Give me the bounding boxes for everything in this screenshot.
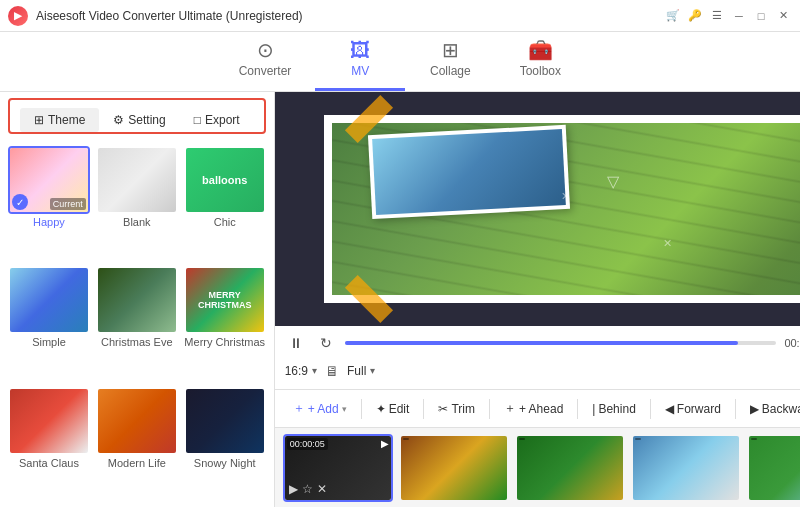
film-play-icon-1: ▶ <box>381 438 389 449</box>
tab-toolbox-label: Toolbox <box>520 64 561 78</box>
theme-item-merry-christmas[interactable]: MERRYCHRISTMAS Merry Christmas <box>184 266 266 380</box>
film-item-3[interactable] <box>515 434 625 502</box>
film-item-5[interactable] <box>747 434 800 502</box>
edit-icon: ✦ <box>376 402 386 416</box>
toolbar-separator-2 <box>423 399 424 419</box>
edit-button[interactable]: ✦ Edit <box>368 398 418 420</box>
aspect-ratio-select[interactable]: 16:9 ▾ <box>285 364 317 378</box>
collage-icon: ⊞ <box>442 38 459 62</box>
theme-item-christmas-eve[interactable]: Christmas Eve <box>96 266 178 380</box>
main-area: ⊞ Theme ⚙ Setting □ Export ✓ Current <box>0 92 800 507</box>
theme-item-happy[interactable]: ✓ Current Happy <box>8 146 90 260</box>
theme-grid: ✓ Current Happy Blank balloons C <box>0 140 274 507</box>
theme-label-chic: Chic <box>184 216 266 228</box>
key-icon[interactable]: 🔑 <box>686 7 704 25</box>
film-overlay-3 <box>517 436 623 500</box>
theme-thumb-merry-christmas: MERRYCHRISTMAS <box>184 266 266 334</box>
theme-item-chic[interactable]: balloons Chic <box>184 146 266 260</box>
forward-button[interactable]: ◀ Forward <box>657 398 729 420</box>
converter-icon: ⊙ <box>257 38 274 62</box>
theme-label-merry-christmas: Merry Christmas <box>184 336 266 348</box>
behind-button[interactable]: | Behind <box>584 398 644 420</box>
close-button[interactable]: ✕ <box>774 7 792 25</box>
theme-item-simple[interactable]: Simple <box>8 266 90 380</box>
theme-label-snowy-night: Snowy Night <box>184 457 266 469</box>
theme-thumb-simple <box>8 266 90 334</box>
current-label: Current <box>50 198 86 210</box>
tab-collage[interactable]: ⊞ Collage <box>405 30 495 91</box>
toolbar-separator-6 <box>735 399 736 419</box>
theme-thumb-blank <box>96 146 178 214</box>
forward-icon: ◀ <box>665 402 674 416</box>
trim-button[interactable]: ✂ Trim <box>430 398 483 420</box>
fullscreen-dropdown-arrow: ▾ <box>370 365 375 376</box>
tab-converter[interactable]: ⊙ Converter <box>215 30 316 91</box>
add-label: + Add <box>308 402 339 416</box>
ahead-button[interactable]: ＋ + Ahead <box>496 396 571 421</box>
subtab-export[interactable]: □ Export <box>180 108 254 132</box>
subtab-export-label: Export <box>205 113 240 127</box>
film-time-4 <box>635 438 641 440</box>
theme-label-blank: Blank <box>96 216 178 228</box>
behind-icon: | <box>592 402 595 416</box>
tab-mv-label: MV <box>351 64 369 78</box>
backward-label: Backward <box>762 402 800 416</box>
ahead-label: + Ahead <box>519 402 563 416</box>
film-overlay-2 <box>401 436 507 500</box>
tab-toolbox[interactable]: 🧰 Toolbox <box>495 30 585 91</box>
film-item-1[interactable]: 00:00:05 ▶ ▶ ☆ ✕ <box>283 434 393 502</box>
behind-label: Behind <box>598 402 635 416</box>
theme-item-santa-claus[interactable]: Santa Claus <box>8 387 90 501</box>
film-ctrl-x-1[interactable]: ✕ <box>317 482 327 496</box>
theme-label-christmas-eve: Christmas Eve <box>96 336 178 348</box>
film-item-2[interactable] <box>399 434 509 502</box>
theme-thumb-chic: balloons <box>184 146 266 214</box>
cart-icon[interactable]: 🛒 <box>664 7 682 25</box>
tab-collage-label: Collage <box>430 64 471 78</box>
backward-button[interactable]: ▶ Backward <box>742 398 800 420</box>
theme-item-snowy-night[interactable]: Snowy Night <box>184 387 266 501</box>
pause-button[interactable]: ⏸ <box>285 332 307 354</box>
theme-thumb-santa-claus <box>8 387 90 455</box>
ahead-icon: ＋ <box>504 400 516 417</box>
add-button[interactable]: ＋ + Add <box>285 396 355 421</box>
fullscreen-value: Full <box>347 364 366 378</box>
photo-overlay <box>368 125 570 219</box>
minimize-button[interactable]: ─ <box>730 7 748 25</box>
window-controls: 🛒 🔑 ☰ ─ □ ✕ <box>664 7 792 25</box>
theme-item-modern-life[interactable]: Modern Life <box>96 387 178 501</box>
tab-mv[interactable]: 🖼 MV <box>315 31 405 91</box>
progress-bar[interactable] <box>345 341 777 345</box>
subtab-setting[interactable]: ⚙ Setting <box>99 108 179 132</box>
aspect-dropdown-arrow: ▾ <box>312 365 317 376</box>
forward-label: Forward <box>677 402 721 416</box>
film-overlay-1: 00:00:05 ▶ ▶ ☆ ✕ <box>285 436 391 500</box>
check-mark-happy: ✓ <box>12 194 28 210</box>
toolbar-separator-3 <box>489 399 490 419</box>
film-time-5 <box>751 438 757 440</box>
maximize-button[interactable]: □ <box>752 7 770 25</box>
bottom-toolbar: ＋ + Add ✦ Edit ✂ Trim ＋ + Ahead | Behind <box>275 389 800 427</box>
theme-thumb-christmas-eve <box>96 266 178 334</box>
film-item-4[interactable] <box>631 434 741 502</box>
edit-label: Edit <box>389 402 410 416</box>
app-logo: ▶ <box>8 6 28 26</box>
theme-label-modern-life: Modern Life <box>96 457 178 469</box>
backward-icon: ▶ <box>750 402 759 416</box>
subtab-theme[interactable]: ⊞ Theme <box>20 108 99 132</box>
progress-row: ⏸ ↻ 00:00:09.11/00:00:10.00 🔊 <box>285 332 800 354</box>
film-controls-1: ▶ ☆ ✕ <box>289 482 327 496</box>
mv-icon: 🖼 <box>350 39 370 62</box>
fullscreen-select[interactable]: Full ▾ <box>347 364 375 378</box>
film-time-2 <box>403 438 409 440</box>
film-ctrl-play-1[interactable]: ▶ <box>289 482 298 496</box>
toolbar-separator-4 <box>577 399 578 419</box>
menu-icon[interactable]: ☰ <box>708 7 726 25</box>
film-ctrl-star-1[interactable]: ☆ <box>302 482 313 496</box>
theme-item-blank[interactable]: Blank <box>96 146 178 260</box>
x-marker-2: ✕ <box>663 237 672 250</box>
toolbox-icon: 🧰 <box>528 38 553 62</box>
video-controls: ⏸ ↻ 00:00:09.11/00:00:10.00 🔊 16:9 ▾ 🖥 F… <box>275 326 800 389</box>
refresh-button[interactable]: ↻ <box>315 332 337 354</box>
toolbar-separator-1 <box>361 399 362 419</box>
